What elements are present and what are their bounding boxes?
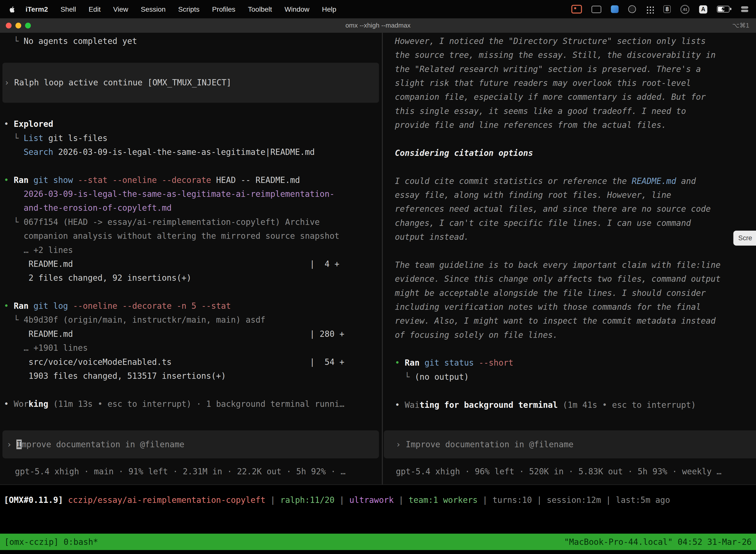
menu-item-window[interactable]: Window bbox=[278, 5, 316, 13]
text-segment: | bbox=[394, 495, 408, 505]
text-segment: of focusing solely on file lines. bbox=[395, 330, 558, 340]
text-segment: git log bbox=[34, 301, 68, 311]
terminal-line bbox=[4, 285, 382, 299]
text-segment: • bbox=[395, 400, 405, 409]
text-segment: Explored bbox=[14, 119, 53, 129]
dark-circle-app-icon[interactable] bbox=[628, 5, 636, 13]
omx-status-bar: [OMX#0.11.9] cczip/essay/ai-reimplementa… bbox=[4, 493, 670, 507]
text-segment: src/voice/voiceModeEnabled.ts | 54 + bbox=[4, 357, 344, 367]
apple-logo-icon[interactable] bbox=[9, 5, 16, 13]
tmux-status-bar: [omx-cczip] 0:bash* "MacBook-Pro-44.loca… bbox=[0, 534, 756, 550]
text-segment: Ran bbox=[405, 358, 425, 368]
terminal-line: 1903 files changed, 513517 insertions(+) bbox=[4, 369, 382, 383]
text-segment: └ bbox=[395, 372, 415, 382]
keys-app-icon[interactable]: 8 bbox=[664, 5, 671, 13]
terminal-line: The team guideline is to back every impo… bbox=[395, 258, 756, 272]
terminal-line: essay file, along with finding root file… bbox=[395, 188, 756, 202]
text-segment: and bbox=[676, 176, 696, 186]
prompt-input-right[interactable]: › Improve documentation in @filename bbox=[384, 430, 756, 458]
terminal-line bbox=[395, 384, 756, 398]
text-segment: • bbox=[395, 358, 405, 368]
menu-item-shell[interactable]: Shell bbox=[54, 5, 82, 13]
terminal-line bbox=[395, 132, 756, 146]
terminal-line: changes, I can't cite specific file line… bbox=[395, 216, 756, 230]
terminal-line: README.md | 4 + bbox=[4, 257, 382, 271]
window-title-bar[interactable]: omx --xhigh --madmax ⌥⌘1 bbox=[0, 18, 756, 33]
text-segment: the source tree, missing the essay. Stil… bbox=[395, 50, 715, 60]
terminal-pane-left[interactable]: └ No agents completed yet › Ralph loop a… bbox=[0, 33, 382, 484]
text-segment: Ralph loop active continue [OMX_TMUX_INJ… bbox=[14, 78, 231, 88]
menu-item-help[interactable]: Help bbox=[316, 5, 343, 13]
terminal-line: └ (no output) bbox=[395, 370, 756, 384]
terminal-line: references need actual files, and since … bbox=[395, 202, 756, 216]
text-segment: └ 067f154 (HEAD -> essay/ai-reimplementa… bbox=[4, 217, 320, 227]
text-segment: | bbox=[265, 495, 280, 505]
terminal-line: … +2 lines bbox=[4, 243, 382, 257]
terminal-line bbox=[395, 160, 756, 174]
text-segment: companion analysis without altering the … bbox=[4, 231, 339, 241]
menu-item-profiles[interactable]: Profiles bbox=[206, 5, 242, 13]
text-segment: 2026-03-09-is-legal-the-same-as-legitima… bbox=[4, 189, 334, 199]
dots-grid-icon[interactable] bbox=[646, 5, 654, 13]
text-segment: changes, I can't cite specific file line… bbox=[395, 218, 691, 228]
text-segment: … +1901 lines bbox=[4, 343, 88, 353]
menu-item-edit[interactable]: Edit bbox=[82, 5, 107, 13]
terminal-line: this single essay, it seems like a good … bbox=[395, 104, 756, 118]
input-source-icon[interactable]: A bbox=[699, 5, 707, 13]
menu-item-view[interactable]: View bbox=[107, 5, 134, 13]
battery-charging-icon[interactable] bbox=[717, 6, 732, 12]
text-segment: essay file, along with finding root file… bbox=[395, 190, 671, 200]
terminal-line: README.md | 280 + bbox=[4, 327, 382, 341]
text-segment: git show bbox=[34, 175, 73, 185]
text-segment: └ bbox=[4, 36, 24, 46]
right-pane-lines: However, I noticed the "Directory Struct… bbox=[383, 33, 756, 412]
terminal-line: of focusing solely on file lines. bbox=[395, 328, 756, 342]
text-segment: Wor bbox=[14, 399, 28, 409]
text-segment: However, I noticed the "Directory Struct… bbox=[395, 36, 706, 46]
terminal-line bbox=[4, 159, 382, 173]
screen-recording-icon[interactable] bbox=[571, 5, 582, 13]
terminal-line bbox=[395, 244, 756, 258]
text-segment bbox=[4, 147, 24, 157]
text-segment: git ls-files bbox=[44, 133, 108, 143]
terminal-line: • Explored bbox=[4, 117, 382, 131]
terminal-line: └ 4b9d30f (origin/main, instructkr/main,… bbox=[4, 313, 382, 327]
control-center-icon[interactable] bbox=[741, 6, 748, 12]
text-segment: Considering citation options bbox=[395, 148, 533, 158]
text-segment: --short bbox=[474, 358, 513, 368]
text-segment: HEAD -- README.md bbox=[211, 175, 300, 185]
terminal-line bbox=[4, 383, 382, 397]
left-pane-top-lines: └ No agents completed yet bbox=[0, 33, 382, 48]
text-segment: 2026-03-09-is-legal-the-same-as-legitima… bbox=[53, 147, 315, 157]
text-segment: (no output) bbox=[415, 372, 469, 382]
terminal-line: provide file and line references from th… bbox=[395, 118, 756, 132]
text-segment: I could cite commit statistics or refere… bbox=[395, 176, 632, 186]
terminal-pane-right[interactable]: However, I noticed the "Directory Struct… bbox=[382, 33, 756, 484]
menu-item-iterm2[interactable]: iTerm2 bbox=[19, 5, 54, 13]
prompt-input-left[interactable]: › Improve documentation in @filename bbox=[2, 430, 379, 458]
blue-app-icon[interactable] bbox=[611, 5, 619, 13]
text-segment: ting for background terminal bbox=[420, 400, 558, 409]
text-segment: output instead. bbox=[395, 232, 469, 242]
text-segment: • bbox=[4, 301, 14, 311]
text-segment: 2 files changed, 92 insertions(+) bbox=[4, 273, 191, 283]
text-segment: provide file and line references from th… bbox=[395, 120, 666, 130]
text-segment: and-the-erosion-of-copyleft.md bbox=[4, 203, 172, 213]
menu-item-scripts[interactable]: Scripts bbox=[172, 5, 206, 13]
battery-gauge-icon[interactable]: .61 bbox=[680, 4, 690, 14]
display-icon[interactable] bbox=[592, 5, 602, 13]
menu-item-session[interactable]: Session bbox=[134, 5, 172, 13]
text-segment: No agents completed yet bbox=[23, 36, 137, 46]
screen-share-overlay[interactable]: Scre bbox=[734, 231, 756, 245]
terminal-line: Search 2026-03-09-is-legal-the-same-as-l… bbox=[4, 145, 382, 159]
keys-app-label: 8 bbox=[664, 5, 671, 13]
menu-item-toolbelt[interactable]: Toolbelt bbox=[242, 5, 278, 13]
terminal-line: including verification notes with those … bbox=[395, 300, 756, 314]
text-segment: the "Related research writing" section i… bbox=[395, 64, 701, 74]
status-line-left: gpt-5.4 xhigh · main · 91% left · 2.31M … bbox=[15, 465, 345, 479]
text-segment: 1903 files changed, 513517 insertions(+) bbox=[4, 371, 226, 381]
menu-bar: iTerm2ShellEditViewSessionScriptsProfile… bbox=[0, 0, 756, 18]
terminal-line: the source tree, missing the essay. Stil… bbox=[395, 48, 756, 62]
terminal-line: Considering citation options bbox=[395, 146, 756, 160]
text-segment: | bbox=[334, 495, 350, 505]
